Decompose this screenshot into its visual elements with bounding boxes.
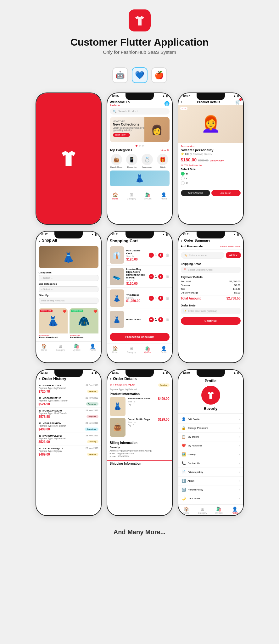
order-product-2: 👜 Jousti Duffle Bags Size : — Qty : 1 $1…	[110, 418, 170, 437]
menu-my-orders[interactable]: 📋 My orders ›	[178, 433, 243, 441]
qty-minus-4[interactable]: −	[149, 317, 154, 322]
nav-profile[interactable]: 👤 Profile	[156, 192, 172, 200]
shop-profile-icon: 👤	[85, 344, 101, 349]
nav-cart[interactable]: 🛍️ My Cart	[140, 192, 156, 200]
home-time: 12:25	[112, 94, 119, 98]
qty-plus-1[interactable]: +	[158, 253, 163, 258]
qty-plus-2[interactable]: +	[158, 274, 163, 279]
cart-nav-home-icon: 🏠	[107, 346, 124, 351]
delete-item-2[interactable]: 🗑	[166, 274, 170, 279]
gallery-label: Gallery	[188, 453, 196, 456]
qty-plus-3[interactable]: +	[158, 296, 163, 301]
profile-nav-profile[interactable]: 👤Profile	[227, 507, 243, 514]
nav-category[interactable]: ⊞ Category	[123, 192, 140, 200]
home-search-bar[interactable]: 🔍 Search Product...	[110, 108, 170, 115]
battery-icon-7: ▮	[166, 371, 168, 374]
promo-link[interactable]: Select Promocode	[220, 245, 240, 248]
summary-back-icon[interactable]: ‹	[181, 238, 182, 243]
cat-accessories[interactable]: 💍 Accessories	[141, 154, 154, 168]
card-2-name: Belted Dress	[70, 336, 98, 339]
product-card-2[interactable]: 🧥 75.38% OFF ❤️ Accessories Belted Dress	[70, 308, 98, 339]
menu-dark-mode[interactable]: 🌙 Dark Mode ›	[178, 494, 243, 503]
order-payment-2: Payment Type : BankTransfer	[39, 400, 98, 402]
cat-gifts[interactable]: 🎁 Gifts &	[156, 154, 170, 168]
categories-select[interactable]: -- Select --	[39, 275, 98, 281]
orders-arrow: ›	[239, 435, 240, 439]
cart-nav-cart[interactable]: 🛍️My Cart	[140, 346, 156, 353]
promo-field[interactable]: 🏷️ Enter your code	[181, 252, 224, 259]
filter-by-label: Filter By	[39, 294, 98, 297]
qty-minus-3[interactable]: −	[149, 296, 154, 301]
order-item-3[interactable]: ID : #G5K9A4B2CW 29 Nov 2023 Payment Typ…	[36, 408, 101, 420]
add-to-cart-button[interactable]: Add to cart	[211, 190, 241, 196]
size-l[interactable]: L	[181, 176, 241, 180]
delete-item-4[interactable]: 🗑	[166, 317, 170, 322]
android-icon: 🤖	[112, 67, 128, 83]
contact-us-label: Contact Us	[188, 462, 200, 465]
details-back-icon[interactable]: ‹	[110, 376, 111, 381]
sub-categories-select[interactable]: -- Select --	[39, 286, 98, 292]
profile-nav-home[interactable]: 🏠Home	[178, 507, 195, 514]
profile-nav-cart[interactable]: 🛍️My Cart	[211, 507, 227, 514]
product-badge: ← →	[180, 107, 188, 110]
shop-nav-home[interactable]: 🏠Home	[36, 344, 53, 351]
menu-privacy[interactable]: 📄 Privacy policy ›	[178, 468, 243, 477]
order-item-6[interactable]: ID : #ZTYCDAWQZO 28 Nov 2023 Payment Typ…	[36, 445, 101, 458]
note-input[interactable]: 📝 Enter order note (optional)	[181, 308, 241, 314]
product-image: 👩‍🦰 ← →	[178, 105, 243, 143]
menu-change-password[interactable]: 🔒 Change Password ›	[178, 424, 243, 433]
order-item-4[interactable]: ID : #E8AAS0XB5M 29 Nov 2023 Payment Typ…	[36, 420, 101, 433]
cart-nav-home[interactable]: 🏠Home	[107, 346, 124, 353]
delete-item-3[interactable]: 🗑	[166, 296, 170, 300]
product-discount: 28.00% OFF	[210, 159, 224, 162]
shop-back-icon[interactable]: ‹	[39, 238, 40, 243]
apply-button[interactable]: APPLY	[226, 252, 241, 258]
shipping-select[interactable]: 📍 Select Shipping Areas	[181, 267, 241, 273]
billing-address: Address : yggyyg,gvgx,96696,bhhb,vgv,vgv	[110, 450, 170, 452]
delete-item-1[interactable]: 🗑	[166, 253, 170, 257]
shop-nav-profile[interactable]: 👤Profile	[85, 344, 101, 351]
menu-gallery[interactable]: 🖼️ Gallery ›	[178, 450, 243, 459]
filter-by-select[interactable]: Best Selling Products	[39, 298, 98, 304]
order-item-1[interactable]: ID : #AFGKEL71AE 01 Dec 2023 Payment Typ…	[36, 383, 101, 395]
view-all-link[interactable]: View All	[161, 149, 170, 152]
order-prod-img-2: 👜	[110, 418, 126, 437]
qty-minus-2[interactable]: −	[149, 274, 154, 279]
qty-minus-1[interactable]: −	[149, 253, 154, 258]
cart-nav-cat[interactable]: ⊞Category	[123, 346, 140, 353]
cart-icon[interactable]: 🛒2	[235, 99, 241, 104]
shop-nav-cat[interactable]: ⊞Category	[52, 344, 69, 351]
menu-my-favourite[interactable]: ❤️ My Favourite ›	[178, 441, 243, 450]
menu-edit-profile[interactable]: 👤 Edit Profile ›	[178, 415, 243, 424]
menu-about[interactable]: ℹ️ About ›	[178, 477, 243, 485]
qty-plus-4[interactable]: +	[158, 317, 163, 322]
profile-avatar	[201, 386, 220, 405]
history-status-icons: ▲ ▮	[91, 371, 97, 374]
cat-electronics[interactable]: 📱 Electronics	[125, 154, 139, 168]
banner-btn[interactable]: SHOP NOW →	[113, 133, 130, 137]
checkout-button[interactable]: Proceed to Checkout	[110, 333, 170, 341]
details-product-info: Product Information 👗 Belted Dress Ledis…	[107, 391, 172, 440]
menu-refund[interactable]: ↩️ Refund Policy ›	[178, 485, 243, 494]
nav-home[interactable]: 🏠 Home	[107, 192, 124, 200]
shop-cat-icon: ⊞	[52, 344, 69, 349]
cart-nav-profile[interactable]: 👤Profile	[156, 346, 172, 353]
size-xl[interactable]: Xl	[181, 181, 241, 185]
history-back-icon[interactable]: ‹	[39, 376, 40, 381]
shop-nav-cart[interactable]: 🛍️My Cart	[69, 344, 85, 351]
order-item-5[interactable]: ID : #ARSMVLLBF2 28 Nov 2023 Payment Typ…	[36, 433, 101, 445]
back-arrow-icon[interactable]: ‹	[181, 99, 182, 104]
row-1: 12:25 ▲ ▮ Welcome To Fashion. 🌐 🔍 Search…	[0, 92, 279, 225]
cat-bags[interactable]: 👜 Bags & Shoes	[110, 154, 123, 168]
product-card-1[interactable]: 👗 40.00% OFF ❤️ Accessories Embroidered …	[39, 308, 68, 339]
order-amount-2: $524.90	[39, 402, 50, 406]
add-to-wishlist-button[interactable]: Add To Wishlist	[181, 190, 210, 196]
continue-button[interactable]: Continue	[181, 317, 241, 325]
contact-arrow: ›	[239, 462, 240, 465]
footer-text: And Many More...	[114, 529, 166, 535]
order-prod-size-1: Size : S	[128, 400, 156, 403]
menu-contact-us[interactable]: 📞 Contact Us ›	[178, 459, 243, 468]
size-m[interactable]: M	[181, 172, 241, 176]
profile-nav-cat[interactable]: ⊞Category	[194, 507, 211, 514]
order-item-2[interactable]: ID : #SC08NN6PHB 29 Nov 2023 Payment Typ…	[36, 395, 101, 408]
